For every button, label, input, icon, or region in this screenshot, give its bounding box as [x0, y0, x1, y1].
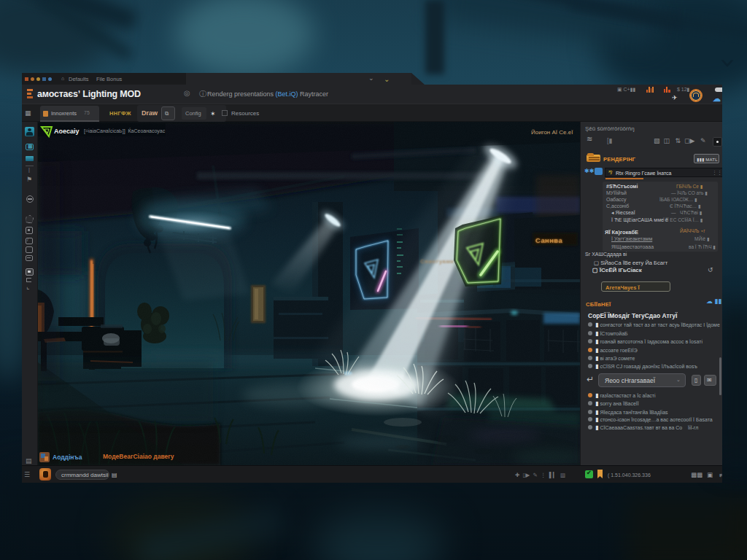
svg-text:МодеВеагСіаіао давегу: МодеВеагСіаіао давегу	[103, 453, 174, 460]
svg-text:Аоддінъа: Аоддінъа	[53, 454, 82, 461]
svg-text:Йоигон АЇ Се.еЇ: Йоигон АЇ Се.еЇ	[531, 129, 573, 136]
svg-text:Аоесаіу: Аоесаіу	[54, 128, 80, 135]
svg-text:[=іаіаСанаЇсісаЬ]] ЌаСеоанасо: [=іаіаСанаЇсісаЬ]] ЌаСеоанасоуас	[84, 128, 166, 134]
